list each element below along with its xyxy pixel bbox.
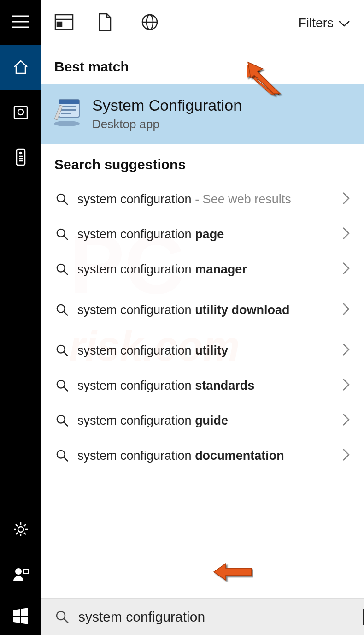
- suggestion-text: system configuration - See web results: [72, 192, 342, 207]
- svg-line-41: [64, 457, 68, 461]
- chevron-right-icon: [342, 191, 350, 207]
- suggestion-text: system configuration documentation: [72, 448, 342, 463]
- suggestion-text: system configuration utility: [72, 343, 342, 358]
- chevron-right-icon: [342, 302, 350, 318]
- svg-line-33: [64, 312, 68, 315]
- camera-icon: [13, 104, 29, 122]
- suggestions-header: Search suggestions: [41, 144, 364, 182]
- svg-rect-3: [14, 107, 27, 119]
- svg-rect-22: [59, 100, 79, 104]
- search-input[interactable]: [72, 609, 364, 625]
- chevron-right-icon: [342, 261, 350, 277]
- suggestion-item[interactable]: system configuration utility: [41, 333, 364, 368]
- search-icon: [53, 610, 72, 624]
- suggestion-item[interactable]: system configuration documentation: [41, 438, 364, 473]
- svg-point-28: [57, 229, 65, 237]
- suggestion-text: system configuration standards: [72, 378, 342, 393]
- sidebar-item-user[interactable]: [0, 553, 41, 598]
- hamburger-icon: [12, 15, 29, 30]
- document-filter-icon: [98, 13, 112, 33]
- search-icon: [53, 379, 72, 392]
- svg-line-35: [64, 352, 68, 356]
- svg-marker-46: [214, 564, 252, 580]
- svg-point-32: [57, 305, 65, 313]
- annotation-arrow-2: [212, 558, 253, 586]
- menu-button[interactable]: [0, 0, 41, 45]
- filter-tab-web[interactable]: [141, 13, 184, 33]
- svg-rect-16: [57, 25, 62, 26]
- svg-point-10: [18, 527, 23, 532]
- chevron-right-icon: [342, 343, 350, 358]
- svg-line-43: [64, 619, 68, 623]
- svg-point-26: [57, 194, 65, 202]
- home-icon: [12, 59, 29, 77]
- svg-line-31: [64, 271, 68, 275]
- best-match-result[interactable]: System Configuration Desktop app: [41, 84, 364, 144]
- svg-point-40: [57, 451, 65, 458]
- suggestion-text: system configuration utility download: [72, 303, 342, 317]
- suggestion-item[interactable]: system configuration standards: [41, 368, 364, 403]
- svg-point-42: [57, 611, 65, 620]
- suggestion-text: system configuration guide: [72, 413, 342, 428]
- filters-dropdown[interactable]: Filters: [299, 16, 350, 30]
- sidebar-item-photos[interactable]: [0, 90, 41, 136]
- suggestion-item[interactable]: system configuration page: [41, 217, 364, 252]
- gear-icon: [12, 521, 29, 540]
- filters-label: Filters: [299, 16, 334, 30]
- suggestion-item[interactable]: system configuration guide: [41, 403, 364, 438]
- search-icon: [53, 193, 72, 206]
- sidebar-item-home[interactable]: [0, 45, 41, 90]
- svg-point-34: [57, 345, 65, 353]
- search-icon: [53, 228, 72, 241]
- best-match-header: Best match: [41, 46, 364, 84]
- chevron-down-icon: [338, 16, 350, 30]
- sidebar-item-remote[interactable]: [0, 136, 41, 181]
- system-configuration-icon: [51, 98, 83, 130]
- search-results-panel: PC risk.com Filters: [41, 0, 364, 635]
- suggestion-item[interactable]: system configuration utility download: [41, 287, 364, 333]
- best-match-title: System Configuration: [92, 96, 242, 114]
- svg-line-37: [64, 387, 68, 391]
- suggestion-text: system configuration manager: [72, 262, 342, 277]
- best-match-subtitle: Desktop app: [92, 117, 242, 131]
- search-icon: [53, 344, 72, 357]
- apps-filter-icon: [54, 14, 74, 32]
- svg-point-38: [57, 415, 65, 423]
- filter-tab-documents[interactable]: [98, 13, 141, 33]
- svg-point-11: [15, 568, 22, 575]
- globe-filter-icon: [141, 13, 159, 33]
- windows-icon: [12, 607, 29, 626]
- svg-point-36: [57, 380, 65, 388]
- svg-rect-15: [57, 22, 62, 24]
- user-icon: [12, 566, 29, 585]
- chevron-right-icon: [342, 413, 350, 428]
- suggestion-item[interactable]: system configuration manager: [41, 252, 364, 287]
- svg-line-29: [64, 236, 68, 240]
- svg-rect-24: [61, 109, 76, 111]
- svg-point-6: [20, 152, 22, 154]
- svg-line-27: [64, 201, 68, 205]
- chevron-right-icon: [342, 448, 350, 463]
- suggestion-item[interactable]: system configuration - See web results: [41, 182, 364, 217]
- search-icon: [53, 303, 72, 316]
- chevron-right-icon: [342, 226, 350, 242]
- svg-line-39: [64, 422, 68, 426]
- filter-tab-apps[interactable]: [54, 14, 98, 32]
- svg-point-30: [57, 264, 65, 272]
- suggestion-text: system configuration page: [72, 227, 342, 242]
- sidebar-item-settings[interactable]: [0, 508, 41, 553]
- suggestions-list: system configuration - See web resultssy…: [41, 182, 364, 473]
- filter-tabs: Filters: [41, 0, 364, 46]
- svg-point-20: [54, 121, 80, 126]
- search-icon: [53, 414, 72, 427]
- start-button[interactable]: [0, 598, 41, 635]
- search-icon: [53, 449, 72, 462]
- left-sidebar: [0, 0, 41, 635]
- search-icon: [53, 263, 72, 276]
- chevron-right-icon: [342, 378, 350, 393]
- svg-rect-12: [23, 569, 28, 574]
- search-bar[interactable]: [41, 598, 364, 635]
- svg-point-4: [18, 109, 23, 115]
- svg-rect-23: [61, 106, 76, 107]
- remote-icon: [15, 148, 26, 168]
